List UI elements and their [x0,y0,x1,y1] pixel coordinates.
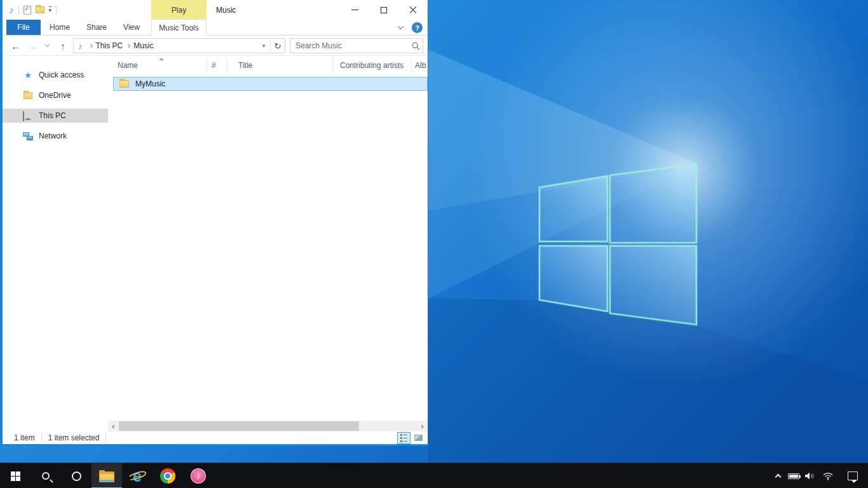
properties-button[interactable]: ✓ [24,6,31,15]
column-header-title[interactable]: Title [238,61,252,70]
scroll-right-button[interactable]: › [417,421,428,431]
column-resize-handle[interactable] [227,58,227,72]
breadcrumb-this-pc[interactable]: This PC [96,41,123,50]
sort-ascending-icon [159,58,164,60]
search-icon[interactable] [409,42,423,50]
forward-button[interactable]: → [25,36,39,56]
wifi-indicator[interactable] [818,463,837,488]
address-dropdown[interactable]: ▾ [257,43,270,49]
main-area: ★ Quick access OneDrive This PC [3,56,428,421]
battery-indicator[interactable] [785,463,802,488]
search-box[interactable] [290,38,423,53]
items-count: 1 item [14,433,35,442]
taskbar: e ♪ [0,463,868,488]
action-center-button[interactable] [837,463,868,488]
column-headers: Name # Title Contributing artists Alb [108,56,428,75]
scrollbar-thumb[interactable] [119,421,359,431]
column-resize-handle[interactable] [411,58,412,72]
quick-access-star-icon: ★ [23,70,33,80]
action-center-icon [848,471,858,480]
minimize-button[interactable] [340,0,369,20]
file-explorer-taskbar-button[interactable] [92,463,122,488]
window-controls [340,0,428,20]
large-icons-view-button[interactable] [412,432,425,444]
column-header-contributing-artists[interactable]: Contributing artists [340,61,403,70]
chevron-down-icon [397,24,403,30]
selection-count: 1 item selected [48,433,100,442]
close-icon [409,6,417,14]
sidebar-item-onedrive[interactable]: OneDrive [3,88,108,102]
status-bar: 1 item 1 item selected [3,431,428,444]
scrollbar-spacer [3,421,108,431]
close-button[interactable] [398,0,428,20]
volume-indicator[interactable] [802,463,818,488]
scroll-left-button[interactable]: ‹ [108,421,119,431]
chrome-icon [160,468,175,484]
tab-view[interactable]: View [114,20,149,35]
thumbnail-view-icon [414,435,423,441]
breadcrumb-chevron-icon[interactable] [88,43,92,48]
ribbon-tabs: File Home Share View Music Tools ? [3,20,428,36]
collapse-ribbon-button[interactable] [396,23,405,32]
recent-locations-dropdown[interactable] [42,36,52,56]
sidebar-item-label: OneDrive [39,91,71,100]
sidebar-item-quick-access[interactable]: ★ Quick access [3,68,108,82]
column-header-name[interactable]: Name [118,61,138,70]
back-button[interactable]: ← [9,36,23,56]
details-view-icon [400,434,407,442]
internet-explorer-taskbar-button[interactable]: e [122,463,153,488]
help-button[interactable]: ? [412,22,423,33]
speaker-icon [805,471,816,480]
windows-start-icon [11,471,20,481]
file-explorer-icon [99,470,114,482]
tab-file[interactable]: File [6,20,41,35]
sidebar-item-label: This PC [39,111,66,120]
wifi-icon [822,471,834,480]
maximize-button[interactable] [369,0,398,20]
column-resize-handle[interactable] [207,58,207,72]
start-button[interactable] [0,463,31,488]
sidebar-item-label: Quick access [39,71,84,79]
sidebar-item-label: Network [39,132,67,140]
location-music-icon: ♪ [78,41,83,51]
address-bar[interactable]: ♪ This PC Music ▾ ↻ [73,38,285,53]
search-input[interactable] [290,41,409,50]
up-button[interactable]: ↑ [56,36,70,56]
file-row-mymusic[interactable]: MyMusic [113,77,428,91]
file-name: MyMusic [135,79,165,88]
show-hidden-icons-button[interactable] [770,463,785,488]
new-folder-button[interactable] [36,6,44,13]
breadcrumb-music[interactable]: Music [133,41,153,50]
maximize-icon [381,7,387,13]
cortana-icon [72,471,81,481]
tab-music-tools[interactable]: Music Tools [151,20,207,36]
tab-share[interactable]: Share [79,20,114,35]
column-header-album[interactable]: Alb [415,61,426,70]
customize-qat-dropdown[interactable]: ▾ [49,6,52,13]
separator [18,6,19,15]
check-icon: ✓ [25,5,30,12]
sidebar-item-this-pc[interactable]: This PC [3,109,108,123]
taskbar-search-button[interactable] [31,463,61,488]
refresh-button[interactable]: ↻ [271,41,285,51]
title-bar: ♪ ✓ ▾ Play Music [3,0,428,20]
folder-icon [119,80,129,88]
chevron-up-icon [775,474,781,480]
breadcrumb-chevron-icon[interactable] [126,43,130,48]
tab-home[interactable]: Home [41,20,79,35]
column-resize-handle[interactable] [332,58,333,72]
details-view-button[interactable] [397,432,410,444]
cortana-button[interactable] [61,463,92,488]
sidebar-item-network[interactable]: Network [3,129,108,143]
internet-explorer-icon: e [129,468,146,484]
chevron-down-icon [44,43,49,47]
column-header-number[interactable]: # [212,61,216,70]
battery-icon [788,473,799,479]
tab-play[interactable]: Play [151,0,207,20]
horizontal-scrollbar[interactable]: ‹ › [108,421,428,431]
quick-access-toolbar: ♪ ✓ ▾ [9,0,57,20]
navigation-toolbar: ← → ↑ ♪ This PC Music ▾ ↻ [3,36,428,56]
view-toggle-buttons [397,431,425,444]
chrome-taskbar-button[interactable] [153,463,183,488]
itunes-taskbar-button[interactable]: ♪ [183,463,214,488]
